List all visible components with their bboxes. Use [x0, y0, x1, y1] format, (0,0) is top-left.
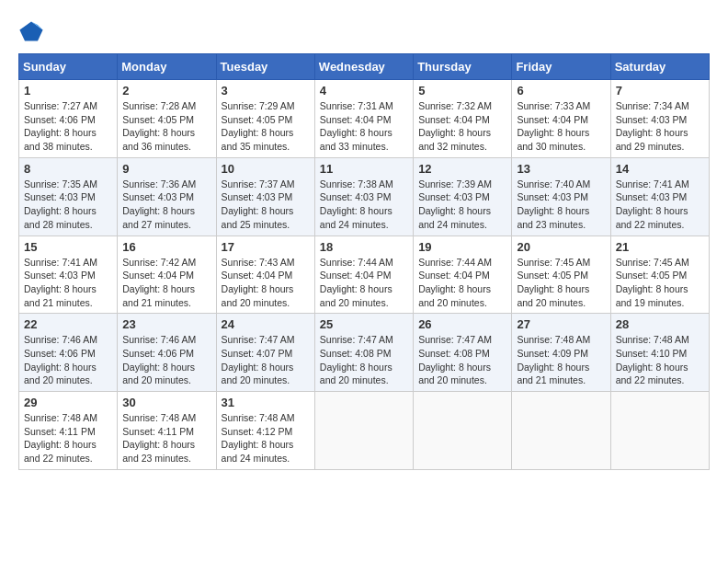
calendar-week: 29Sunrise: 7:48 AM Sunset: 4:11 PM Dayli…: [19, 392, 710, 470]
cell-info: Sunrise: 7:33 AM Sunset: 4:04 PM Dayligh…: [517, 99, 605, 154]
cell-info: Sunrise: 7:27 AM Sunset: 4:06 PM Dayligh…: [24, 99, 112, 154]
cell-info: Sunrise: 7:41 AM Sunset: 4:03 PM Dayligh…: [24, 256, 112, 310]
cell-info: Sunrise: 7:42 AM Sunset: 4:04 PM Dayligh…: [122, 256, 210, 310]
logo-icon: [18, 18, 44, 44]
day-number: 8: [24, 162, 112, 176]
calendar-cell: 28Sunrise: 7:48 AM Sunset: 4:10 PM Dayli…: [610, 314, 709, 392]
day-number: 22: [24, 317, 112, 331]
day-number: 28: [616, 317, 704, 331]
day-number: 5: [418, 84, 506, 98]
day-number: 9: [122, 162, 210, 176]
day-number: 24: [222, 317, 310, 331]
calendar-week: 22Sunrise: 7:46 AM Sunset: 4:06 PM Dayli…: [19, 314, 710, 392]
day-number: 18: [320, 240, 408, 254]
calendar-cell: 12Sunrise: 7:39 AM Sunset: 4:03 PM Dayli…: [414, 157, 512, 236]
weekday-header: Tuesday: [216, 54, 314, 80]
calendar-cell: 4Sunrise: 7:31 AM Sunset: 4:04 PM Daylig…: [314, 80, 413, 158]
weekday-header: Wednesday: [314, 54, 413, 80]
cell-info: Sunrise: 7:48 AM Sunset: 4:11 PM Dayligh…: [24, 411, 112, 465]
weekday-header: Thursday: [414, 54, 512, 80]
calendar-cell: 11Sunrise: 7:38 AM Sunset: 4:03 PM Dayli…: [314, 157, 413, 236]
calendar-cell: 18Sunrise: 7:44 AM Sunset: 4:04 PM Dayli…: [314, 236, 413, 314]
cell-info: Sunrise: 7:29 AM Sunset: 4:05 PM Dayligh…: [222, 99, 310, 154]
calendar-header: SundayMondayTuesdayWednesdayThursdayFrid…: [19, 54, 710, 80]
calendar-cell: 5Sunrise: 7:32 AM Sunset: 4:04 PM Daylig…: [414, 80, 512, 158]
cell-info: Sunrise: 7:44 AM Sunset: 4:04 PM Dayligh…: [418, 256, 506, 310]
cell-info: Sunrise: 7:41 AM Sunset: 4:03 PM Dayligh…: [616, 178, 704, 232]
cell-info: Sunrise: 7:43 AM Sunset: 4:04 PM Dayligh…: [222, 256, 310, 310]
day-number: 14: [616, 162, 704, 176]
cell-info: Sunrise: 7:40 AM Sunset: 4:03 PM Dayligh…: [517, 178, 605, 232]
calendar-cell: 19Sunrise: 7:44 AM Sunset: 4:04 PM Dayli…: [414, 236, 512, 314]
calendar-cell: 31Sunrise: 7:48 AM Sunset: 4:12 PM Dayli…: [216, 392, 314, 470]
calendar-cell: 9Sunrise: 7:36 AM Sunset: 4:03 PM Daylig…: [118, 157, 216, 236]
calendar-cell: 15Sunrise: 7:41 AM Sunset: 4:03 PM Dayli…: [19, 236, 118, 314]
day-number: 16: [122, 240, 210, 254]
day-number: 20: [517, 240, 605, 254]
weekday-header: Saturday: [610, 54, 709, 80]
calendar-week: 1Sunrise: 7:27 AM Sunset: 4:06 PM Daylig…: [19, 80, 710, 158]
cell-info: Sunrise: 7:47 AM Sunset: 4:08 PM Dayligh…: [320, 333, 408, 387]
weekday-header: Friday: [512, 54, 610, 80]
calendar-cell: 1Sunrise: 7:27 AM Sunset: 4:06 PM Daylig…: [19, 80, 118, 158]
cell-info: Sunrise: 7:46 AM Sunset: 4:06 PM Dayligh…: [122, 333, 210, 387]
calendar-table: SundayMondayTuesdayWednesdayThursdayFrid…: [18, 53, 710, 470]
calendar-cell: [414, 392, 512, 470]
cell-info: Sunrise: 7:46 AM Sunset: 4:06 PM Dayligh…: [24, 333, 112, 387]
day-number: 21: [616, 240, 704, 254]
day-number: 7: [616, 84, 704, 98]
cell-info: Sunrise: 7:48 AM Sunset: 4:10 PM Dayligh…: [616, 333, 704, 387]
day-number: 19: [418, 240, 506, 254]
calendar-cell: 20Sunrise: 7:45 AM Sunset: 4:05 PM Dayli…: [512, 236, 610, 314]
calendar-cell: [610, 392, 709, 470]
day-number: 12: [418, 162, 506, 176]
cell-info: Sunrise: 7:37 AM Sunset: 4:03 PM Dayligh…: [222, 178, 310, 232]
day-number: 26: [418, 317, 506, 331]
cell-info: Sunrise: 7:34 AM Sunset: 4:03 PM Dayligh…: [616, 99, 704, 154]
calendar-cell: 2Sunrise: 7:28 AM Sunset: 4:05 PM Daylig…: [118, 80, 216, 158]
calendar-cell: 23Sunrise: 7:46 AM Sunset: 4:06 PM Dayli…: [118, 314, 216, 392]
day-number: 13: [517, 162, 605, 176]
cell-info: Sunrise: 7:28 AM Sunset: 4:05 PM Dayligh…: [122, 99, 210, 154]
cell-info: Sunrise: 7:48 AM Sunset: 4:12 PM Dayligh…: [222, 411, 310, 465]
calendar-body: 1Sunrise: 7:27 AM Sunset: 4:06 PM Daylig…: [19, 80, 710, 470]
calendar-week: 15Sunrise: 7:41 AM Sunset: 4:03 PM Dayli…: [19, 236, 710, 314]
cell-info: Sunrise: 7:44 AM Sunset: 4:04 PM Dayligh…: [320, 256, 408, 310]
cell-info: Sunrise: 7:39 AM Sunset: 4:03 PM Dayligh…: [418, 178, 506, 232]
cell-info: Sunrise: 7:32 AM Sunset: 4:04 PM Dayligh…: [418, 99, 506, 154]
weekday-header: Sunday: [19, 54, 118, 80]
day-number: 29: [24, 396, 112, 409]
calendar-cell: 25Sunrise: 7:47 AM Sunset: 4:08 PM Dayli…: [314, 314, 413, 392]
cell-info: Sunrise: 7:45 AM Sunset: 4:05 PM Dayligh…: [616, 256, 704, 310]
cell-info: Sunrise: 7:47 AM Sunset: 4:07 PM Dayligh…: [222, 333, 310, 387]
calendar-cell: [512, 392, 610, 470]
calendar-cell: 21Sunrise: 7:45 AM Sunset: 4:05 PM Dayli…: [610, 236, 709, 314]
calendar-cell: 24Sunrise: 7:47 AM Sunset: 4:07 PM Dayli…: [216, 314, 314, 392]
day-number: 23: [122, 317, 210, 331]
day-number: 3: [222, 84, 310, 98]
cell-info: Sunrise: 7:38 AM Sunset: 4:03 PM Dayligh…: [320, 178, 408, 232]
logo: [18, 18, 46, 44]
cell-info: Sunrise: 7:35 AM Sunset: 4:03 PM Dayligh…: [24, 178, 112, 232]
cell-info: Sunrise: 7:48 AM Sunset: 4:11 PM Dayligh…: [122, 411, 210, 465]
day-number: 31: [222, 396, 310, 409]
calendar-cell: 6Sunrise: 7:33 AM Sunset: 4:04 PM Daylig…: [512, 80, 610, 158]
calendar-cell: 30Sunrise: 7:48 AM Sunset: 4:11 PM Dayli…: [118, 392, 216, 470]
calendar-cell: 3Sunrise: 7:29 AM Sunset: 4:05 PM Daylig…: [216, 80, 314, 158]
calendar-cell: 8Sunrise: 7:35 AM Sunset: 4:03 PM Daylig…: [19, 157, 118, 236]
cell-info: Sunrise: 7:45 AM Sunset: 4:05 PM Dayligh…: [517, 256, 605, 310]
calendar-cell: 29Sunrise: 7:48 AM Sunset: 4:11 PM Dayli…: [19, 392, 118, 470]
calendar-cell: 7Sunrise: 7:34 AM Sunset: 4:03 PM Daylig…: [610, 80, 709, 158]
cell-info: Sunrise: 7:31 AM Sunset: 4:04 PM Dayligh…: [320, 99, 408, 154]
day-number: 11: [320, 162, 408, 176]
day-number: 15: [24, 240, 112, 254]
day-number: 6: [517, 84, 605, 98]
day-number: 2: [122, 84, 210, 98]
cell-info: Sunrise: 7:47 AM Sunset: 4:08 PM Dayligh…: [418, 333, 506, 387]
calendar-cell: [314, 392, 413, 470]
calendar-cell: 16Sunrise: 7:42 AM Sunset: 4:04 PM Dayli…: [118, 236, 216, 314]
calendar-cell: 26Sunrise: 7:47 AM Sunset: 4:08 PM Dayli…: [414, 314, 512, 392]
calendar-cell: 22Sunrise: 7:46 AM Sunset: 4:06 PM Dayli…: [19, 314, 118, 392]
page-header: [18, 18, 710, 44]
day-number: 30: [122, 396, 210, 409]
